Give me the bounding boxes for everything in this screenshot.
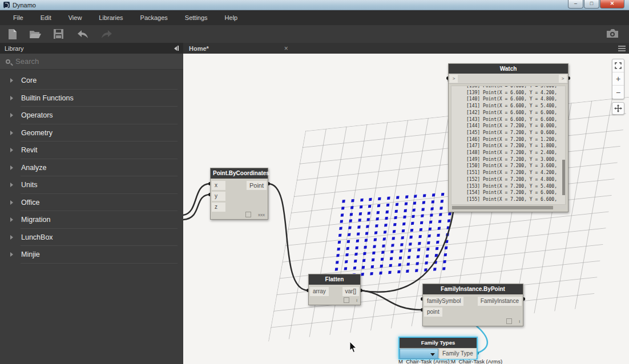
watch-value-list[interactable]: [138] Point(X = 6.600, Y = 3.600,[139] P… bbox=[451, 86, 566, 205]
expand-arrow-icon[interactable] bbox=[10, 183, 13, 187]
menu-item-packages[interactable]: Packages bbox=[132, 10, 176, 25]
lacing-indicator[interactable]: xxx bbox=[258, 212, 265, 217]
watch-horizontal-scrollbar[interactable] bbox=[451, 206, 566, 209]
port-output-var[interactable]: var[] bbox=[342, 287, 359, 296]
expand-arrow-icon[interactable] bbox=[10, 78, 13, 83]
lacing-indicator[interactable]: i bbox=[519, 319, 520, 324]
sidebar-item-core[interactable]: Core bbox=[0, 72, 183, 90]
port-output[interactable]: > bbox=[559, 75, 567, 83]
sidebar-item-minjie[interactable]: Minjie bbox=[0, 246, 183, 264]
zoom-out-button[interactable]: − bbox=[612, 86, 624, 99]
watch-row: [151] Point(X = 7.200, Y = 4.200, bbox=[466, 169, 565, 176]
preview-checkbox[interactable] bbox=[506, 318, 512, 324]
save-icon[interactable] bbox=[54, 29, 63, 39]
watch-row: [147] Point(X = 7.200, Y = 1.800, bbox=[466, 143, 565, 149]
new-file-icon[interactable] bbox=[8, 29, 17, 39]
workspace-canvas[interactable]: Point.ByCoordinates x y z Point xxx Watc… bbox=[183, 54, 629, 364]
camera-icon[interactable] bbox=[606, 29, 619, 41]
expand-arrow-icon[interactable] bbox=[10, 113, 13, 118]
menu-item-help[interactable]: Help bbox=[216, 10, 247, 25]
library-tree: CoreBuiltin FunctionsOperatorsGeometryRe… bbox=[0, 70, 183, 264]
menu-item-edit[interactable]: Edit bbox=[32, 10, 60, 25]
zoom-fit-button[interactable] bbox=[612, 59, 624, 72]
watch-row: [139] Point(X = 6.600, Y = 4.200, bbox=[466, 90, 565, 96]
port-input-x[interactable]: x bbox=[212, 181, 225, 190]
sidebar-item-operators[interactable]: Operators bbox=[0, 107, 183, 124]
family-type-dropdown[interactable] bbox=[400, 349, 438, 359]
node-title[interactable]: Flatten bbox=[309, 274, 360, 285]
port-output-point[interactable]: Point bbox=[247, 181, 267, 190]
wire-flatten-to-point-input bbox=[361, 290, 422, 310]
node-familyinstance-bypoint[interactable]: FamilyInstance.ByPoint familySymbol poin… bbox=[422, 284, 523, 326]
library-item-label: Analyze bbox=[21, 164, 46, 172]
expand-arrow-icon[interactable] bbox=[10, 235, 13, 240]
watch-row: [138] Point(X = 6.600, Y = 3.600, bbox=[466, 86, 565, 90]
port-input-familysymbol[interactable]: familySymbol bbox=[424, 297, 463, 306]
tab-close-icon[interactable]: × bbox=[284, 46, 288, 51]
library-search bbox=[0, 54, 183, 70]
minimize-button[interactable]: – bbox=[568, 0, 583, 9]
library-item-label: Migration bbox=[21, 216, 50, 224]
zoom-in-button[interactable]: + bbox=[612, 72, 624, 86]
pan-button[interactable] bbox=[612, 102, 624, 115]
node-title[interactable]: Point.ByCoordinates bbox=[211, 168, 268, 179]
toolbar bbox=[0, 25, 629, 43]
watch-row: [141] Point(X = 6.600, Y = 5.400, bbox=[466, 103, 565, 110]
expand-arrow-icon[interactable] bbox=[10, 200, 13, 205]
dynamo-logo-icon bbox=[3, 2, 10, 8]
port-input-y[interactable]: y bbox=[212, 192, 225, 201]
sidebar-item-builtin-functions[interactable]: Builtin Functions bbox=[0, 90, 183, 107]
node-point-bycoordinates[interactable]: Point.ByCoordinates x y z Point xxx bbox=[210, 168, 268, 220]
sidebar-item-revit[interactable]: Revit bbox=[0, 141, 183, 159]
sidebar-item-geometry[interactable]: Geometry bbox=[0, 124, 183, 142]
node-flatten[interactable]: Flatten array var[] i bbox=[308, 274, 361, 305]
sidebar-item-lunchbox[interactable]: LunchBox bbox=[0, 229, 183, 246]
port-output-familytype[interactable]: Family Type bbox=[440, 349, 476, 359]
watch-row: [145] Point(X = 7.200, Y = 0.600, bbox=[466, 130, 565, 136]
menu-item-file[interactable]: File bbox=[5, 10, 32, 25]
port-input[interactable]: > bbox=[450, 75, 458, 83]
tab-home[interactable]: Home* bbox=[189, 45, 209, 52]
menu-item-view[interactable]: View bbox=[60, 10, 91, 25]
port-input-array[interactable]: array bbox=[310, 287, 329, 296]
undo-icon[interactable] bbox=[76, 30, 88, 39]
expand-arrow-icon[interactable] bbox=[10, 165, 13, 170]
open-file-icon[interactable] bbox=[30, 29, 41, 39]
expand-arrow-icon[interactable] bbox=[10, 148, 13, 152]
port-input-point[interactable]: point bbox=[424, 308, 442, 317]
port-input-z[interactable]: z bbox=[212, 203, 225, 212]
node-title[interactable]: Watch bbox=[449, 64, 568, 74]
expand-arrow-icon[interactable] bbox=[10, 131, 13, 135]
sidebar-item-units[interactable]: Units bbox=[0, 176, 183, 194]
preview-checkbox[interactable] bbox=[245, 212, 251, 217]
search-input[interactable] bbox=[15, 57, 130, 66]
node-title[interactable]: Family Types bbox=[400, 338, 477, 348]
watch-row: [146] Point(X = 7.200, Y = 1.200, bbox=[466, 136, 565, 143]
menu-item-settings[interactable]: Settings bbox=[176, 10, 216, 25]
lacing-indicator[interactable]: i bbox=[356, 298, 357, 303]
library-item-label: Operators bbox=[21, 111, 53, 119]
node-family-types[interactable]: Family Types Family Type bbox=[398, 337, 478, 359]
preview-checkbox[interactable] bbox=[344, 297, 349, 303]
sidebar-item-migration[interactable]: Migration bbox=[0, 211, 183, 229]
node-watch[interactable]: Watch > > [138] Point(X = 6.600, Y = 3.6… bbox=[448, 63, 568, 212]
library-title: Library bbox=[5, 45, 24, 52]
sidebar-item-analyze[interactable]: Analyze bbox=[0, 159, 183, 177]
watch-row: [153] Point(X = 7.200, Y = 5.400, bbox=[466, 183, 565, 190]
tab-list-menu-icon[interactable] bbox=[618, 46, 626, 51]
node-title[interactable]: FamilyInstance.ByPoint bbox=[423, 284, 523, 294]
expand-arrow-icon[interactable] bbox=[10, 252, 13, 257]
expand-arrow-icon[interactable] bbox=[10, 96, 13, 100]
maximize-button[interactable]: □ bbox=[584, 0, 599, 9]
menu-item-libraries[interactable]: Libraries bbox=[90, 10, 131, 25]
watch-vertical-scrollbar[interactable] bbox=[562, 86, 565, 205]
watch-row: [152] Point(X = 7.200, Y = 4.800, bbox=[466, 176, 565, 183]
redo-icon[interactable] bbox=[101, 30, 114, 39]
collapse-library-icon[interactable] bbox=[174, 46, 179, 51]
expand-arrow-icon[interactable] bbox=[10, 217, 13, 222]
watch-row: [144] Point(X = 7.200, Y = 0.000, bbox=[466, 123, 565, 130]
watch-row: [140] Point(X = 6.600, Y = 4.800, bbox=[466, 96, 565, 103]
close-button[interactable]: ✕ bbox=[600, 0, 624, 9]
port-output-familyinstance[interactable]: FamilyInstance bbox=[478, 297, 522, 306]
sidebar-item-office[interactable]: Office bbox=[0, 194, 183, 212]
